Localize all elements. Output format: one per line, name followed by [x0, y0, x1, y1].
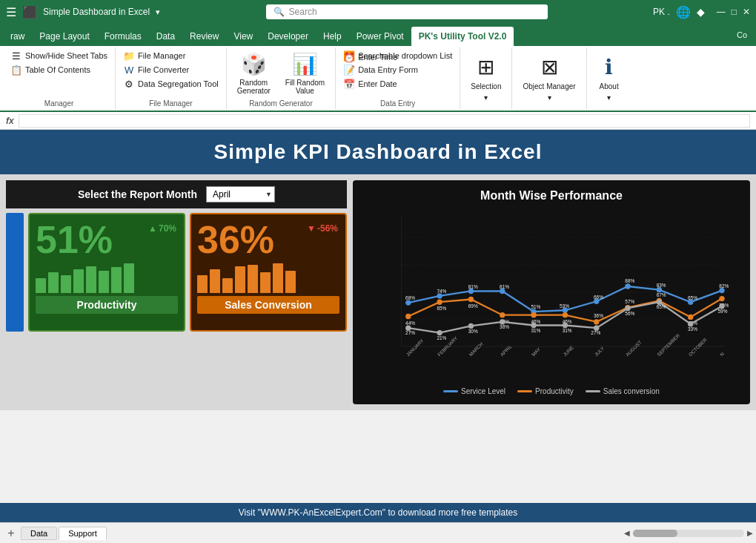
- tab-help[interactable]: Help: [316, 27, 349, 46]
- sales-bars: [197, 263, 339, 293]
- tab-draw[interactable]: raw: [3, 27, 32, 46]
- data-entry-items: 🔽 Searchable dropdown List 📝 Data Entry …: [340, 49, 455, 98]
- tab-formulas[interactable]: Formulas: [97, 27, 149, 46]
- dashboard-body: Select the Report Month JanuaryFebruaryM…: [0, 174, 756, 410]
- bar: [222, 278, 233, 293]
- table-of-contents-button[interactable]: 📋 Table Of Contents: [7, 63, 110, 76]
- add-sheet-button[interactable]: +: [3, 525, 19, 542]
- selection-button[interactable]: ⊞ Selection ▾: [465, 53, 507, 105]
- tab-view[interactable]: View: [226, 27, 260, 46]
- tab-power-pivot[interactable]: Power Pivot: [349, 27, 411, 46]
- kpi-cards: ▲ 70% 51%: [28, 213, 347, 332]
- productivity-line-icon: [517, 390, 532, 392]
- search-box[interactable]: 🔍 Search: [266, 4, 548, 19]
- fill-random-label: Fill RandomValue: [285, 79, 325, 95]
- tab-pk-utility[interactable]: PK's Utility Tool V2.0: [411, 27, 514, 46]
- user-name: PK .: [653, 7, 670, 17]
- bar: [48, 272, 59, 293]
- close-icon[interactable]: ✕: [743, 7, 750, 17]
- svg-point-44: [468, 297, 474, 302]
- file-manager-icon: 📁: [123, 50, 135, 62]
- svg-point-18: [405, 300, 411, 305]
- tab-review[interactable]: Review: [182, 27, 226, 46]
- app-menu-icon[interactable]: ☰: [6, 5, 16, 19]
- object-manager-label: Object Manager: [523, 82, 575, 90]
- service-level-line-icon: [443, 390, 458, 392]
- manager-items: ☰ Show/Hide Sheet Tabs 📋 Table Of Conten…: [7, 49, 110, 98]
- tab-developer[interactable]: Developer: [260, 27, 316, 46]
- minimize-icon[interactable]: —: [717, 7, 726, 17]
- sheet-tab-support[interactable]: Support: [59, 527, 107, 540]
- svg-text:27%: 27%: [591, 330, 600, 335]
- svg-point-22: [468, 289, 474, 294]
- svg-text:81%: 81%: [500, 284, 509, 289]
- file-converter-button[interactable]: W File Converter: [120, 63, 222, 76]
- object-manager-dropdown-icon: ▾: [548, 93, 551, 102]
- formula-input[interactable]: [19, 114, 750, 128]
- about-label: About: [600, 82, 619, 90]
- globe-icon[interactable]: 🌐: [676, 5, 691, 19]
- month-dropdown[interactable]: JanuaryFebruaryMarch AprilMayJune JulyAu…: [206, 186, 275, 203]
- file-converter-label: File Converter: [138, 65, 189, 74]
- svg-text:30%: 30%: [468, 329, 478, 334]
- show-hide-label: Show/Hide Sheet Tabs: [25, 51, 107, 60]
- random-generator-items: 🎲 RandomGenerator 📊 Fill RandomValue: [231, 49, 331, 98]
- svg-text:31%: 31%: [531, 328, 540, 333]
- productivity-bars: [36, 263, 178, 293]
- ribbon-group-selection: ⊞ Selection ▾: [460, 47, 512, 109]
- about-button[interactable]: ℹ About ▾: [591, 53, 627, 105]
- bar: [61, 275, 71, 293]
- random-generator-button[interactable]: 🎲 RandomGenerator: [231, 49, 276, 98]
- fill-random-value-button[interactable]: 📊 Fill RandomValue: [279, 49, 331, 98]
- scroll-right-icon[interactable]: ▶: [747, 529, 753, 537]
- co-button[interactable]: Co: [731, 27, 753, 42]
- sales-card: ▼ -56% 36%: [190, 213, 347, 332]
- left-panel: Select the Report Month JanuaryFebruaryM…: [6, 180, 347, 404]
- month-selector: Select the Report Month JanuaryFebruaryM…: [6, 180, 347, 208]
- object-manager-icon: ⊠: [537, 56, 561, 79]
- maximize-icon[interactable]: □: [732, 7, 737, 17]
- svg-point-42: [437, 300, 442, 305]
- enter-date-label: Enter Date: [358, 79, 397, 88]
- show-hide-sheet-tabs-button[interactable]: ☰ Show/Hide Sheet Tabs: [7, 49, 110, 62]
- title-dropdown-icon[interactable]: ▾: [156, 7, 160, 17]
- file-manager-button[interactable]: 📁 File Manager: [120, 49, 222, 62]
- dashboard: Simple KPI Dashboard in Excel Select the…: [0, 130, 756, 410]
- title-bar: ☰ ⬛ Simple Dashboard in Excel ▾ 🔍 Search…: [0, 0, 756, 24]
- ribbon-group-manager: ☰ Show/Hide Sheet Tabs 📋 Table Of Conten…: [3, 47, 116, 109]
- toc-label: Table Of Contents: [25, 65, 90, 74]
- productivity-label: Productivity: [36, 296, 178, 314]
- bar: [248, 265, 258, 293]
- tab-data[interactable]: Data: [149, 27, 182, 46]
- diamond-icon[interactable]: ◆: [697, 6, 705, 18]
- svg-text:83%: 83%: [657, 283, 666, 288]
- legend-service-level: Service Level: [443, 387, 505, 395]
- sheet-tab-data[interactable]: Data: [21, 527, 57, 540]
- sales-change-value: -56%: [317, 223, 338, 234]
- scroll-track[interactable]: [633, 530, 744, 537]
- month-selector-label: Select the Report Month: [78, 188, 197, 200]
- productivity-change-value: 70%: [159, 223, 176, 234]
- right-panel: Month Wise Performance JANUARY FEBRUARY …: [353, 180, 750, 404]
- object-manager-button[interactable]: ⊠ Object Manager ▾: [517, 53, 581, 105]
- data-segregation-button[interactable]: ⚙ Data Segregation Tool: [120, 77, 222, 90]
- svg-text:44%: 44%: [405, 320, 415, 326]
- enter-date-button[interactable]: 📅 Enter Date: [340, 77, 455, 90]
- enter-time-button[interactable]: ⏰ Enter Time: [340, 50, 400, 64]
- tab-page-layout[interactable]: Page Layout: [32, 27, 96, 46]
- svg-point-40: [405, 314, 411, 319]
- scroll-thumb: [633, 530, 677, 537]
- ribbon-group-file-manager: 📁 File Manager W File Converter ⚙ Data S…: [116, 47, 227, 109]
- line-chart: JANUARY FEBRUARY MARCH APRIL MAY JUNE JU…: [362, 210, 741, 381]
- bar: [111, 267, 122, 293]
- about-icon: ℹ: [597, 56, 621, 79]
- file-manager-label: File Manager: [138, 51, 185, 60]
- bar: [260, 272, 271, 293]
- sheet-support-label: Support: [68, 529, 97, 538]
- productivity-card: ▲ 70% 51%: [28, 213, 185, 332]
- svg-point-52: [594, 319, 599, 324]
- scroll-left-icon[interactable]: ◀: [624, 529, 630, 537]
- svg-text:57%: 57%: [625, 299, 634, 304]
- data-entry-form-button[interactable]: 📝 Data Entry Form: [340, 63, 455, 76]
- bar: [273, 263, 283, 293]
